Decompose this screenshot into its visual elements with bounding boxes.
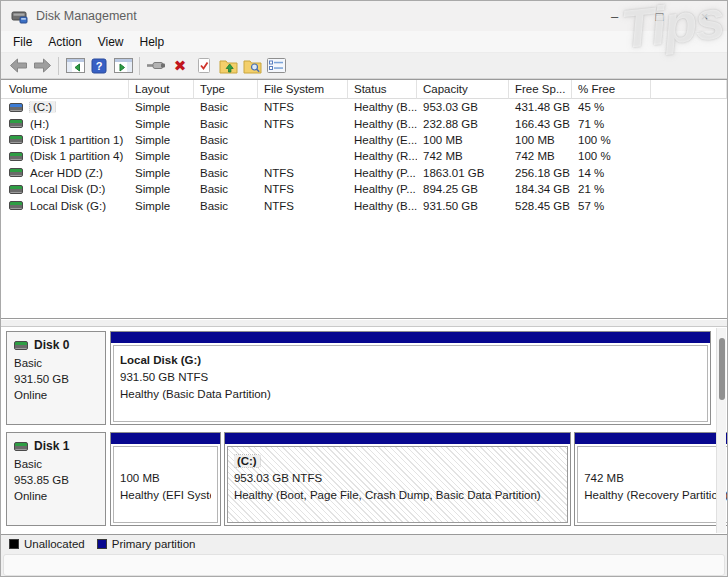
status-bar-inner: [3, 554, 725, 576]
column-header-type[interactable]: Type: [194, 80, 258, 99]
status-cell: Healthy (P...: [348, 183, 417, 195]
action-pane-icon[interactable]: [112, 56, 134, 76]
column-header-capacity[interactable]: Capacity: [417, 80, 509, 99]
volume-icon: [9, 152, 23, 161]
capacity-cell: 953.03 GB: [417, 101, 509, 113]
disk-0-partitions: Local Disk (G:) 931.50 GB NTFS Healthy (…: [110, 331, 711, 425]
pane-splitter[interactable]: [1, 319, 727, 327]
free-space-cell: 166.43 GB: [509, 118, 572, 130]
capacity-cell: 100 MB: [417, 134, 509, 146]
vertical-scrollbar[interactable]: [716, 328, 726, 533]
layout-cell: Simple: [129, 150, 194, 162]
partition-status: Healthy (Recovery Partition): [584, 487, 728, 504]
partition-efi-system[interactable]: 100 MB Healthy (EFI System Partition): [110, 432, 221, 526]
partition-recovery[interactable]: 742 MB Healthy (Recovery Partition): [574, 432, 728, 526]
partition-c-drive[interactable]: (C:) 953.03 GB NTFS Healthy (Boot, Page …: [224, 432, 571, 526]
file-system-cell: NTFS: [258, 101, 348, 113]
column-header-status[interactable]: Status: [348, 80, 417, 99]
status-cell: Healthy (P...: [348, 167, 417, 179]
menu-view[interactable]: View: [90, 33, 132, 51]
percent-free-cell: 57 %: [572, 200, 651, 212]
capacity-cell: 742 MB: [417, 150, 509, 162]
file-system-cell: NTFS: [258, 118, 348, 130]
status-cell: Healthy (E...: [348, 134, 417, 146]
disk-icon: [14, 341, 28, 350]
legend-primary-partition: Primary partition: [97, 538, 196, 550]
partition-status: Healthy (EFI System Partition): [120, 487, 211, 504]
free-space-cell: 184.34 GB: [509, 183, 572, 195]
folder-search-icon[interactable]: [241, 56, 263, 76]
capacity-cell: 894.25 GB: [417, 183, 509, 195]
disk-1-info-panel[interactable]: Disk 1 Basic 953.85 GB Online: [6, 432, 106, 526]
primary-partition-bar: [111, 433, 220, 444]
folder-upload-icon[interactable]: [217, 56, 239, 76]
legend-bar: Unallocated Primary partition: [1, 534, 727, 552]
primary-partition-bar: [575, 433, 728, 444]
status-cell: Healthy (B...: [348, 118, 417, 130]
partition-title: (C:): [234, 455, 260, 467]
menu-action[interactable]: Action: [40, 33, 89, 51]
file-system-cell: NTFS: [258, 200, 348, 212]
file-system-cell: NTFS: [258, 167, 348, 179]
volume-row-h[interactable]: (H:) Simple Basic NTFS Healthy (B... 232…: [1, 115, 727, 131]
primary-partition-bar: [111, 332, 710, 343]
volume-row-acer-hdd-z[interactable]: Acer HDD (Z:) Simple Basic NTFS Healthy …: [1, 165, 727, 181]
layout-cell: Simple: [129, 167, 194, 179]
column-header-volume[interactable]: Volume: [1, 80, 129, 99]
disk-label: Disk 0: [34, 338, 69, 352]
forward-icon[interactable]: [31, 56, 53, 76]
volume-list-pane: Volume Layout Type File System Status Ca…: [1, 79, 727, 319]
graphical-view-pane: Disk 0 Basic 931.50 GB Online Local Disk…: [1, 327, 727, 534]
volume-row-local-disk-d[interactable]: Local Disk (D:) Simple Basic NTFS Health…: [1, 181, 727, 197]
status-cell: Healthy (B...: [348, 200, 417, 212]
back-icon[interactable]: [7, 56, 29, 76]
disk-type: Basic: [14, 456, 98, 472]
menu-help[interactable]: Help: [132, 33, 173, 51]
scrollbar-thumb[interactable]: [719, 338, 725, 400]
volume-row-local-disk-g[interactable]: Local Disk (G:) Simple Basic NTFS Health…: [1, 197, 727, 213]
menu-file[interactable]: File: [5, 33, 40, 51]
partition-title: [584, 453, 728, 470]
volume-name: Local Disk (D:): [30, 183, 105, 195]
type-cell: Basic: [194, 118, 258, 130]
volume-icon: [9, 135, 23, 144]
document-check-icon[interactable]: [193, 56, 215, 76]
volume-name: Local Disk (G:): [30, 200, 106, 212]
close-button[interactable]: ×: [682, 1, 727, 31]
primary-partition-bar: [225, 433, 570, 444]
layout-cell: Simple: [129, 134, 194, 146]
disk-0-info-panel[interactable]: Disk 0 Basic 931.50 GB Online: [6, 331, 106, 425]
column-header-free-space[interactable]: Free Sp...: [509, 80, 572, 99]
maximize-button[interactable]: □: [637, 1, 682, 31]
volume-icon: [9, 119, 23, 128]
volume-row-disk1-partition4[interactable]: (Disk 1 partition 4) Simple Basic Health…: [1, 148, 727, 164]
disk-size: 931.50 GB: [14, 371, 98, 387]
column-header-file-system[interactable]: File System: [258, 80, 348, 99]
window-title: Disk Management: [36, 9, 137, 23]
layout-cell: Simple: [129, 200, 194, 212]
disk-icon: [14, 442, 28, 451]
console-tree-icon[interactable]: [64, 56, 86, 76]
status-bar: [1, 552, 727, 577]
unallocated-swatch-icon: [9, 539, 19, 549]
help-icon[interactable]: ?: [88, 56, 110, 76]
column-header-percent-free[interactable]: % Free: [572, 80, 651, 99]
free-space-cell: 528.45 GB: [509, 200, 572, 212]
status-cell: Healthy (B...: [348, 101, 417, 113]
volume-row-disk1-partition1[interactable]: (Disk 1 partition 1) Simple Basic Health…: [1, 132, 727, 148]
percent-free-cell: 14 %: [572, 167, 651, 179]
type-cell: Basic: [194, 101, 258, 113]
volume-icon: [9, 201, 23, 210]
column-header-layout[interactable]: Layout: [129, 80, 194, 99]
minimize-button[interactable]: –: [592, 1, 637, 31]
partition-status: Healthy (Boot, Page File, Crash Dump, Ba…: [234, 487, 561, 504]
type-cell: Basic: [194, 167, 258, 179]
partition-local-disk-g[interactable]: Local Disk (G:) 931.50 GB NTFS Healthy (…: [110, 331, 711, 425]
type-cell: Basic: [194, 134, 258, 146]
volume-row-c[interactable]: (C:) Simple Basic NTFS Healthy (B... 953…: [1, 99, 727, 115]
title-bar: Disk Management – □ × Tips: [1, 1, 727, 31]
screwdriver-icon[interactable]: [145, 56, 167, 76]
delete-icon[interactable]: ✖: [169, 56, 191, 76]
percent-free-cell: 100 %: [572, 150, 651, 162]
properties-icon[interactable]: [265, 56, 287, 76]
